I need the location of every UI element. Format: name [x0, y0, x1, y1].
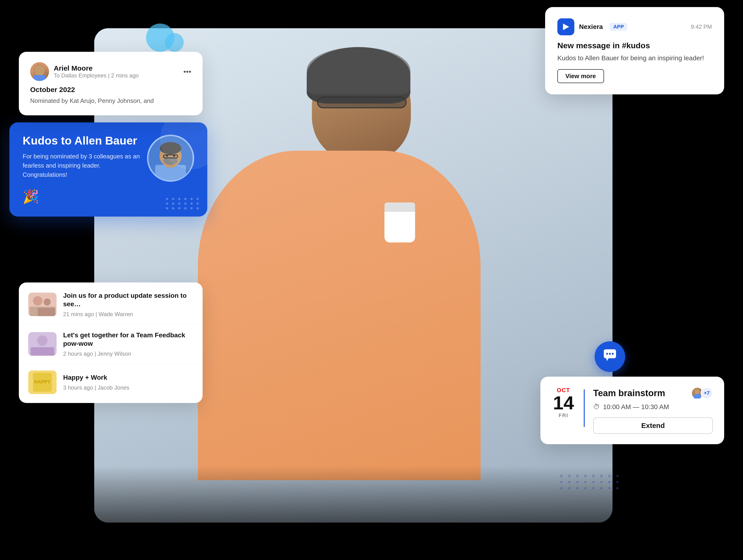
- news-item-2-time: 2 hours ago: [63, 351, 93, 357]
- dot: [608, 481, 611, 483]
- dot: [600, 481, 603, 483]
- news-item-3[interactable]: HAPPY Happy + Work 3 hours ago | Jacob J…: [19, 364, 203, 401]
- news-item-3-content: Happy + Work 3 hours ago | Jacob Jones: [63, 373, 129, 391]
- dot: [616, 481, 619, 483]
- post-recipient: To Dallas Employees: [54, 72, 106, 79]
- dot: [592, 487, 595, 489]
- news-thumb-1: [28, 293, 56, 316]
- news-thumb-3: HAPPY: [28, 371, 56, 394]
- news-item-1-sep: |: [95, 311, 98, 317]
- kd: [196, 202, 199, 205]
- meeting-divider: [584, 389, 585, 427]
- kd: [184, 207, 186, 209]
- dot: [560, 481, 563, 483]
- dot: [576, 481, 578, 483]
- news-item-2[interactable]: Let's get together for a Team Feedback p…: [19, 324, 203, 364]
- kudos-title: Kudos to Allen Bauer: [23, 135, 140, 147]
- kd: [166, 207, 168, 209]
- news-item-2-title: Let's get together for a Team Feedback p…: [63, 331, 193, 348]
- svg-rect-17: [38, 308, 55, 316]
- svg-marker-0: [563, 24, 569, 30]
- news-item-1[interactable]: Join us for a product update session to …: [19, 285, 203, 324]
- svg-point-27: [612, 353, 614, 355]
- notification-time: 9:42 PM: [691, 24, 712, 30]
- kd: [196, 198, 199, 200]
- extend-button[interactable]: Extend: [593, 417, 713, 434]
- kudos-subtitle: For being nominated by 3 colleagues as a…: [23, 152, 140, 179]
- dot: [560, 475, 563, 477]
- kudos-party-icon: 🎉: [23, 189, 140, 204]
- news-item-2-meta: 2 hours ago | Jenny Wilson: [63, 351, 193, 357]
- dot: [592, 475, 595, 477]
- man-beard: [307, 47, 410, 94]
- meeting-date: OCT 14 FRI: [552, 387, 575, 419]
- notification-body: Kudos to Allen Bauer for being an inspir…: [557, 53, 712, 63]
- svg-point-26: [609, 353, 611, 355]
- news-item-2-author: Jenny Wilson: [97, 351, 131, 357]
- meeting-weekday: FRI: [559, 412, 568, 419]
- kudos-card: Kudos to Allen Bauer For being nominated…: [9, 123, 207, 217]
- kd: [190, 207, 193, 209]
- post-content: Nominated by Kat Arujo, Penny Johnson, a…: [30, 96, 191, 105]
- kd: [172, 207, 174, 209]
- kd: [184, 198, 186, 200]
- kd: [190, 202, 193, 205]
- dot: [616, 475, 619, 477]
- meeting-card: OCT 14 FRI Team brainstorm +7 ⏱ 10:00 AM…: [540, 377, 724, 444]
- svg-rect-3: [34, 75, 45, 81]
- kd: [178, 202, 180, 205]
- man-glasses: [317, 96, 406, 108]
- notification-header: Nexiera APP 9:42 PM: [557, 18, 712, 35]
- meeting-day: 14: [553, 393, 574, 412]
- meeting-attendees: +7: [691, 387, 713, 399]
- svg-point-14: [33, 296, 42, 306]
- dot: [600, 475, 603, 477]
- svg-point-25: [606, 353, 608, 355]
- svg-point-29: [695, 389, 700, 394]
- app-badge: APP: [610, 23, 627, 31]
- post-meta: To Dallas Employees | 2 mins ago: [54, 72, 139, 79]
- kd: [178, 207, 180, 209]
- dot: [600, 487, 603, 489]
- kudos-text: Kudos to Allen Bauer For being nominated…: [23, 135, 140, 204]
- kd: [184, 202, 186, 205]
- svg-point-30: [694, 394, 701, 399]
- meeting-details: Team brainstorm +7 ⏱ 10:00 AM — 10:30 AM…: [593, 387, 713, 434]
- avatar-inner: [30, 62, 49, 81]
- kd: [166, 198, 168, 200]
- dot: [560, 487, 563, 489]
- svg-rect-20: [31, 347, 54, 356]
- svg-point-19: [37, 335, 48, 346]
- news-item-1-author: Wade Warren: [98, 311, 133, 317]
- kd: [190, 198, 193, 200]
- dot: [568, 487, 571, 489]
- post-author-avatar: [30, 62, 49, 81]
- meeting-header: Team brainstorm +7: [593, 387, 713, 399]
- svg-marker-28: [606, 358, 609, 361]
- coffee-cup-rim: [385, 202, 415, 212]
- dot: [584, 475, 586, 477]
- view-more-button[interactable]: View more: [557, 69, 604, 83]
- dot: [584, 481, 586, 483]
- news-item-2-content: Let's get together for a Team Feedback p…: [63, 331, 193, 357]
- kudos-dots: [166, 198, 200, 209]
- chat-fab-button[interactable]: [595, 341, 625, 372]
- dot: [576, 475, 578, 477]
- attendee-count: +7: [701, 387, 713, 399]
- news-item-3-meta: 3 hours ago | Jacob Jones: [63, 384, 129, 391]
- news-item-3-sep: |: [94, 384, 97, 391]
- news-item-3-time: 3 hours ago: [63, 384, 93, 391]
- dot: [568, 475, 571, 477]
- notification-card: Nexiera APP 9:42 PM New message in #kudo…: [545, 7, 724, 94]
- kd: [172, 198, 174, 200]
- post-more-button[interactable]: •••: [183, 67, 191, 76]
- news-item-2-sep: |: [94, 351, 97, 357]
- post-separator: |: [108, 72, 111, 79]
- app-icon: [557, 18, 574, 35]
- dot: [608, 475, 611, 477]
- news-item-3-title: Happy + Work: [63, 373, 129, 382]
- dark-bottom-overlay: [0, 466, 743, 560]
- meeting-title: Team brainstorm: [593, 388, 665, 398]
- meeting-time: ⏱ 10:00 AM — 10:30 AM: [593, 403, 713, 411]
- news-item-1-title: Join us for a product update session to …: [63, 291, 193, 309]
